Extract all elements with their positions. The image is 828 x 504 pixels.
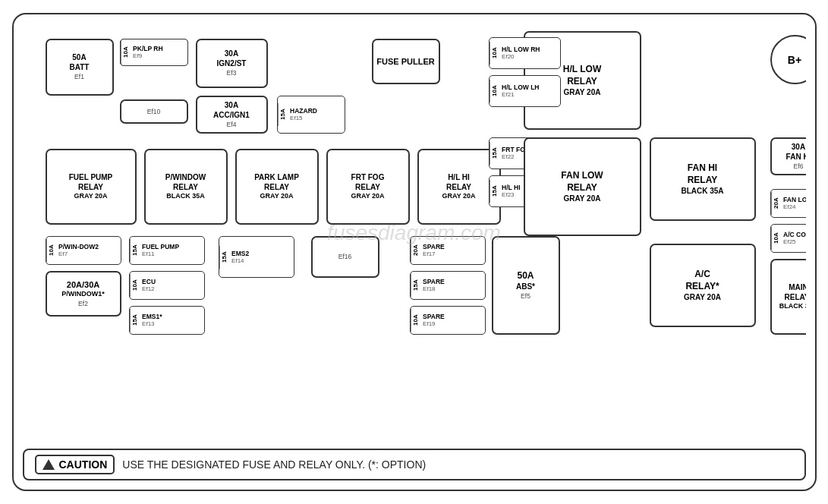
fuse-ef21: 10A H/L LOW LH Ef21: [489, 75, 561, 107]
relay-fan-low: FAN LOW RELAY GRAY 20A: [524, 137, 641, 236]
relay-p-window: P/WINDOW RELAY BLACK 35A: [144, 149, 228, 225]
fuse-puller: FUSE PULLER: [372, 39, 440, 84]
fuse-ef18: 15A SPARE Ef18: [410, 271, 486, 300]
caution-badge: CAUTION: [35, 455, 115, 474]
relay-fuel-pump: FUEL PUMP RELAY GRAY 20A: [46, 149, 137, 225]
relay-fan-hi: FAN HI RELAY BLACK 35A: [650, 137, 756, 221]
fuse-ef15: 15A HAZARD Ef15: [277, 96, 345, 134]
fuse-ef13: 15A EMS1* Ef13: [129, 306, 205, 335]
fuse-ef3: 30A IGN2/ST Ef3: [196, 39, 268, 88]
fuse-ef20: 10A H/L LOW RH Ef20: [489, 37, 561, 69]
fuse-ef25: 10A A/C COMP* Ef25: [770, 224, 806, 253]
fuse-ef17: 20A SPARE Ef17: [410, 236, 486, 265]
fuse-ef14: 15A EMS2 Ef14: [219, 236, 294, 278]
fuse-ef6: 30A FAN HI Ef6: [770, 137, 806, 175]
caution-triangle-icon: [43, 459, 55, 470]
b-plus-terminal: B+: [770, 35, 806, 84]
fuse-ef10: Ef10: [120, 99, 188, 124]
fuse-ef7: 10A P/WIN-DOW2 Ef7: [46, 236, 121, 265]
fuse-ef9: 10A PK/LP RH Ef9: [120, 39, 188, 66]
caution-bar: CAUTION USE THE DESIGNATED FUSE AND RELA…: [23, 449, 806, 480]
relay-frt-fog: FRT FOG RELAY GRAY 20A: [326, 149, 410, 225]
fuse-area: fusesdiagram.com 50A BATT Ef1 10A PK/LP …: [23, 24, 806, 443]
relay-ac: A/C RELAY* GRAY 20A: [650, 244, 756, 327]
fuse-ef1: 50A BATT Ef1: [46, 39, 114, 96]
fuse-ef4: 30A ACC/IGN1 Ef4: [196, 96, 268, 134]
fuse-ef19: 10A SPARE Ef19: [410, 306, 486, 335]
fuse-ef5: 50A ABS* Ef5: [492, 236, 560, 335]
fuse-ef16: Ef16: [311, 236, 379, 278]
fuse-ef11: 15A FUEL PUMP Ef11: [129, 236, 205, 265]
caution-label: CAUTION: [59, 458, 108, 471]
relay-park-lamp: PARK LAMP RELAY GRAY 20A: [235, 149, 319, 225]
caution-message: USE THE DESIGNATED FUSE AND RELAY ONLY. …: [122, 458, 426, 471]
fuse-ef24: 20A FAN LOW Ef24: [770, 189, 806, 218]
fuse-ef2: 20A/30A P/WINDOW1* Ef2: [46, 271, 121, 317]
fuse-ef12: 10A ECU Ef12: [129, 271, 205, 300]
relay-main: MAIN RELAY* BLACK 35A: [770, 259, 806, 335]
fuse-box-diagram: fusesdiagram.com 50A BATT Ef1 10A PK/LP …: [12, 13, 817, 491]
